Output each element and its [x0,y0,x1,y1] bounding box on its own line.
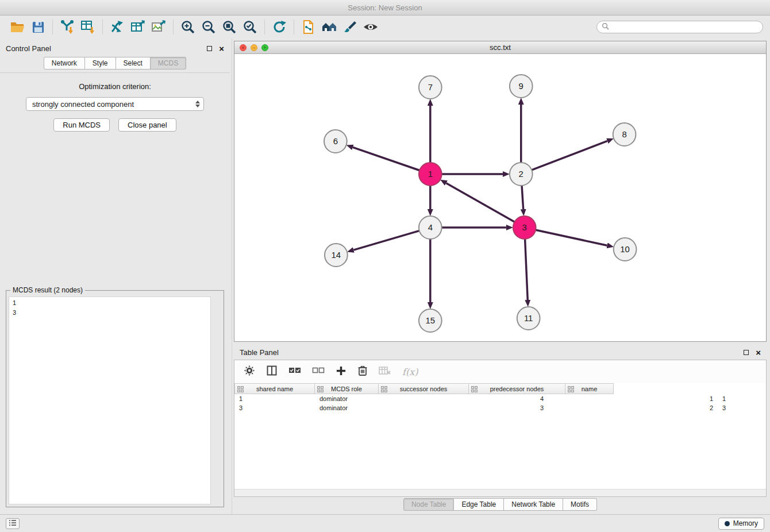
column-tree-icon [381,386,387,394]
node-label: 6 [333,136,338,146]
graphics-details-button[interactable] [360,17,381,37]
zoom-selected-icon [242,20,257,34]
table-row[interactable]: 3dominator323 [234,403,766,413]
column-tree-icon [568,386,574,394]
network-node-15[interactable]: 15 [419,309,442,332]
control-panel-close-button[interactable]: × [219,44,224,53]
first-neighbors-button[interactable] [319,17,340,37]
table-cell: 1 [234,395,315,402]
zoom-in-button[interactable] [178,17,198,37]
window-minimize-button[interactable]: − [251,44,257,51]
control-panel-title: Control Panel [6,44,51,53]
clear-selection-button[interactable] [312,367,325,377]
import-network-button[interactable] [57,17,78,37]
main-toolbar [0,16,770,38]
zoom-out-button[interactable] [198,17,219,37]
status-menu-button[interactable] [6,518,20,529]
mcds-result-text[interactable]: 1 3 [9,296,211,504]
eye-icon [363,21,379,33]
network-node-2[interactable]: 2 [510,163,533,186]
run-mcds-button[interactable]: Run MCDS [53,118,110,132]
search-input[interactable] [612,23,758,31]
column-header-name[interactable]: name [565,383,614,394]
tab-edge-table[interactable]: Edge Table [454,498,504,511]
network-node-6[interactable]: 6 [324,130,347,153]
destroy-table-button [379,366,391,378]
zoom-out-icon [201,20,216,34]
column-label: MCDS role [331,385,362,392]
tab-motifs[interactable]: Motifs [563,498,597,511]
network-edge-3-1[interactable] [446,183,514,222]
network-node-11[interactable]: 11 [517,307,540,330]
network-edge-1-6[interactable] [353,147,419,170]
table-cell: 2 [548,404,718,411]
window-zoom-button[interactable]: + [261,44,268,51]
window-close-button[interactable]: × [240,44,247,51]
annotations-button[interactable] [340,17,360,37]
table-cell: dominator [315,404,379,411]
zoom-fit-button[interactable] [219,17,240,37]
save-session-button[interactable] [28,17,48,37]
network-edge-2-3[interactable] [522,186,523,209]
network-window-title: scc.txt [490,43,511,52]
horizontal-splitter[interactable] [234,342,767,346]
table-settings-button[interactable] [244,365,255,379]
network-export-icon [110,20,125,34]
column-header-mcds-role[interactable]: MCDS role [315,383,379,394]
tab-network[interactable]: Network [44,57,85,70]
update-network-button[interactable] [269,17,290,37]
delete-column-button[interactable] [357,365,368,379]
window-titlebar[interactable]: Session: New Session [0,0,770,16]
table-panel-close-button[interactable]: × [756,348,761,357]
network-edge-4-14[interactable] [353,231,419,250]
network-node-8[interactable]: 8 [613,123,636,146]
network-document-button[interactable] [298,17,319,37]
open-session-button[interactable] [7,17,28,37]
column-header-predecessor-nodes[interactable]: predecessor nodes [469,383,565,394]
network-node-1[interactable]: 1 [419,163,442,186]
close-panel-button[interactable]: Close panel [118,118,176,132]
criterion-dropdown[interactable]: strongly connected component [26,97,204,111]
network-node-9[interactable]: 9 [510,75,533,98]
network-node-3[interactable]: 3 [513,216,536,239]
table-cell: 3 [379,404,548,411]
tab-mcds[interactable]: MCDS [151,57,186,70]
node-label: 9 [519,81,523,91]
memory-button[interactable]: Memory [718,518,764,530]
column-header-successor-nodes[interactable]: successor nodes [379,383,469,394]
show-columns-button[interactable] [266,365,278,379]
network-edge-3-10[interactable] [536,230,607,245]
table-cell: dominator [315,395,379,402]
import-table-button[interactable] [78,17,98,37]
node-label: 7 [428,82,433,92]
add-column-button[interactable] [336,365,346,379]
tab-select[interactable]: Select [116,57,151,70]
network-node-7[interactable]: 7 [419,76,442,99]
table-toolbar: f(x) [234,360,766,383]
tab-style[interactable]: Style [85,57,116,70]
network-node-14[interactable]: 14 [325,244,348,267]
tab-network-table[interactable]: Network Table [504,498,563,511]
network-canvas[interactable]: 7968124314101511 [234,54,766,341]
network-edge-3-11[interactable] [525,239,528,300]
network-node-4[interactable]: 4 [419,216,442,239]
export-image-button[interactable] [148,17,169,37]
table-row[interactable]: 1dominator411 [234,394,766,403]
network-edge-2-8[interactable] [532,141,607,169]
checked-boxes-icon [288,367,301,377]
table-panel-float-button[interactable] [744,348,749,357]
column-header-shared-name[interactable]: shared name [234,383,315,394]
toolbar-separator [264,20,265,34]
zoom-selected-button[interactable] [240,17,260,37]
vertical-splitter[interactable] [230,38,234,514]
export-table-button[interactable] [128,17,148,37]
table-cell: 4 [379,395,548,402]
control-panel-float-button[interactable] [207,44,212,53]
export-network-button[interactable] [107,17,128,37]
network-node-10[interactable]: 10 [614,238,637,261]
node-table: shared nameMCDS rolesuccessor nodesprede… [234,383,766,489]
network-window-titlebar[interactable]: × − + scc.txt [234,41,766,54]
select-all-button[interactable] [288,367,301,377]
tab-node-table[interactable]: Node Table [403,498,455,511]
table-horizontal-scrollbar[interactable] [234,489,766,496]
